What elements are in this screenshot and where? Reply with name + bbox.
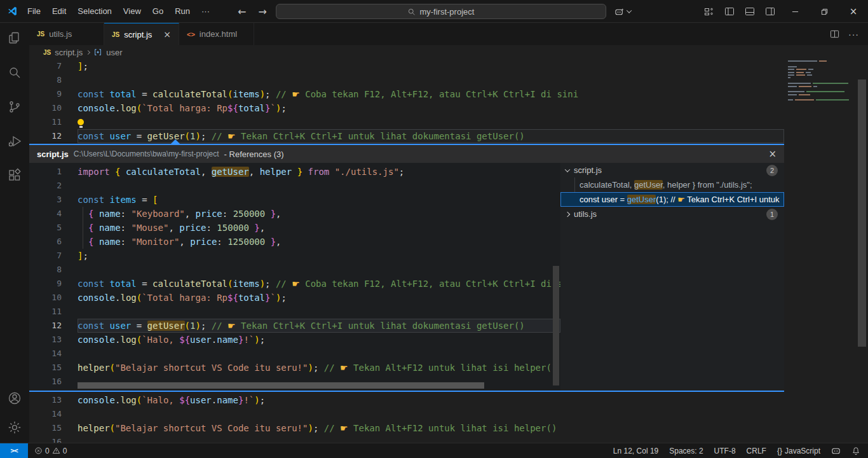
code-line-4[interactable]: 4{ name: "Keyboard", price: 250000 }, — [29, 207, 560, 221]
code-line-6[interactable]: 6{ name: "Monitor", price: 1250000 }, — [29, 235, 560, 249]
code-line-9[interactable]: 9const total = calculateTotal(items); //… — [29, 87, 784, 101]
code-token: } — [271, 237, 276, 247]
code-line-12[interactable]: 12const user = getUser(1); // ☛ Tekan Ct… — [29, 129, 784, 143]
code-token: ; — [260, 335, 265, 345]
menu-file[interactable]: File — [22, 4, 46, 18]
code-line-13[interactable]: 13console.log(`Halo, ${user.name}!`); — [29, 333, 560, 347]
toggle-panel-icon[interactable] — [745, 6, 755, 17]
code-line-14[interactable]: 14 — [29, 407, 784, 421]
breadcrumb-file[interactable]: script.js — [55, 48, 83, 57]
settings-gear-icon[interactable] — [6, 419, 24, 436]
code-line-3[interactable]: 3const items = [ — [29, 193, 560, 207]
minimap-line — [788, 97, 857, 98]
reference-item[interactable]: const user = getUser(1); // ☛ Tekan Ctrl… — [560, 192, 784, 207]
code-line-11[interactable]: 11 — [29, 305, 560, 319]
indentation[interactable]: Spaces: 2 — [669, 447, 703, 455]
code-line-8[interactable]: 8 — [29, 263, 560, 277]
minimize-button[interactable] — [780, 0, 810, 23]
back-arrow-icon[interactable]: ← — [234, 6, 249, 18]
close-window-button[interactable]: × — [839, 0, 868, 23]
code-line-16[interactable]: 16 — [29, 435, 784, 443]
code-line-7[interactable]: 7]; — [29, 249, 560, 263]
vertical-scrollbar[interactable] — [858, 80, 866, 347]
restore-button[interactable] — [810, 0, 839, 23]
menu-view[interactable]: View — [118, 4, 147, 18]
toggle-sidebar-left-icon[interactable] — [724, 6, 735, 17]
copilot-status-icon[interactable] — [831, 446, 841, 455]
menu-edit[interactable]: Edit — [46, 4, 72, 18]
problems-indicator[interactable]: 0 0 — [34, 447, 67, 455]
split-editor-icon[interactable] — [830, 29, 839, 39]
breadcrumb-symbol[interactable]: user — [106, 48, 122, 57]
tab-utils-js[interactable]: JSutils.js — [29, 23, 104, 45]
code-token: ` — [271, 293, 276, 303]
menu-selection[interactable]: Selection — [72, 4, 117, 18]
peek-vertical-scrollbar[interactable] — [553, 266, 559, 385]
code-line-2[interactable]: 2 — [29, 179, 560, 193]
code-line-13[interactable]: 13console.log(`Halo, ${user.name}!`); — [29, 393, 784, 407]
language-mode[interactable]: {}JavaScript — [777, 447, 820, 455]
line-content — [78, 73, 784, 87]
code-token: , — [179, 237, 190, 247]
close-icon[interactable]: × — [157, 29, 171, 39]
pointing-hand-icon: ☛ — [292, 89, 300, 99]
menu-go[interactable]: Go — [147, 4, 169, 18]
code-token — [292, 167, 297, 177]
reference-item[interactable]: calculateTotal, getUser, helper } from "… — [560, 177, 784, 192]
code-token: ; — [313, 423, 324, 433]
notifications-bell-icon[interactable] — [851, 447, 860, 455]
reference-text: getUser — [627, 195, 656, 204]
ref-file-utils-js[interactable]: utils.js1 — [560, 207, 784, 221]
explorer-icon[interactable] — [6, 29, 24, 47]
run-debug-icon[interactable] — [6, 132, 24, 150]
code-token: "Mouse" — [131, 223, 168, 233]
code-line-1[interactable]: 1import { calculateTotal, getUser, helpe… — [29, 165, 560, 179]
line-number: 5 — [29, 221, 62, 235]
code-line-11[interactable]: 11 — [29, 115, 784, 129]
source-control-icon[interactable] — [6, 98, 24, 116]
minimap[interactable] — [788, 60, 857, 105]
code-line-7[interactable]: 7]; — [29, 59, 784, 73]
remote-indicator[interactable]: >< — [0, 443, 28, 458]
eol-sequence[interactable]: CRLF — [747, 447, 766, 455]
code-token: user — [110, 321, 132, 331]
copilot-button[interactable] — [612, 6, 634, 18]
cursor-position[interactable]: Ln 12, Col 19 — [613, 447, 658, 455]
code-token: ; — [265, 89, 276, 99]
code-line-9[interactable]: 9const total = calculateTotal(items); //… — [29, 277, 560, 291]
code-line-12[interactable]: 12const user = getUser(1); // ☛ Tekan Ct… — [29, 319, 560, 333]
code-line-5[interactable]: 5{ name: "Mouse", price: 150000 }, — [29, 221, 560, 235]
menu-run[interactable]: Run — [169, 4, 196, 18]
search-sidebar-icon[interactable] — [6, 64, 24, 81]
menu-more-icon[interactable]: ··· — [196, 4, 215, 18]
peek-close-icon[interactable]: × — [768, 148, 776, 160]
peek-horizontal-scrollbar[interactable] — [78, 382, 484, 389]
code-line-14[interactable]: 14 — [29, 347, 560, 361]
code-line-10[interactable]: 10console.log(`Total harga: Rp${total}`)… — [29, 291, 560, 305]
editor-actions-more-icon[interactable]: ··· — [848, 29, 859, 39]
code-line-10[interactable]: 10console.log(`Total harga: Rp${total}`)… — [29, 101, 784, 115]
line-number: 7 — [29, 59, 62, 73]
count-badge: 1 — [766, 209, 778, 220]
code-token: : — [206, 223, 217, 233]
code-line-8[interactable]: 8 — [29, 73, 784, 87]
customize-layout-icon[interactable] — [704, 6, 714, 17]
code-line-15[interactable]: 15helper("Belajar shortcut VS Code itu s… — [29, 361, 560, 375]
minimap-line — [788, 69, 857, 70]
command-center-search[interactable]: my-first-project — [276, 4, 606, 19]
count-badge: 2 — [766, 165, 778, 176]
toggle-sidebar-right-icon[interactable] — [765, 6, 775, 17]
code-token: "Belajar shortcut VS Code itu seru!" — [115, 363, 308, 373]
code-line-15[interactable]: 15helper("Belajar shortcut VS Code itu s… — [29, 421, 784, 435]
code-token: items — [110, 195, 137, 205]
tab-index-html[interactable]: <>index.html — [179, 23, 254, 45]
pointing-hand-icon: ☛ — [227, 131, 236, 141]
language-label: JavaScript — [785, 447, 820, 455]
extensions-icon[interactable] — [6, 167, 24, 184]
encoding[interactable]: UTF-8 — [714, 447, 736, 455]
code-token: 250000 — [233, 209, 266, 219]
ref-file-script-js[interactable]: script.js2 — [560, 163, 784, 177]
tab-script-js[interactable]: JSscript.js× — [104, 23, 179, 45]
account-icon[interactable] — [6, 389, 24, 407]
forward-arrow-icon[interactable]: → — [255, 6, 270, 18]
